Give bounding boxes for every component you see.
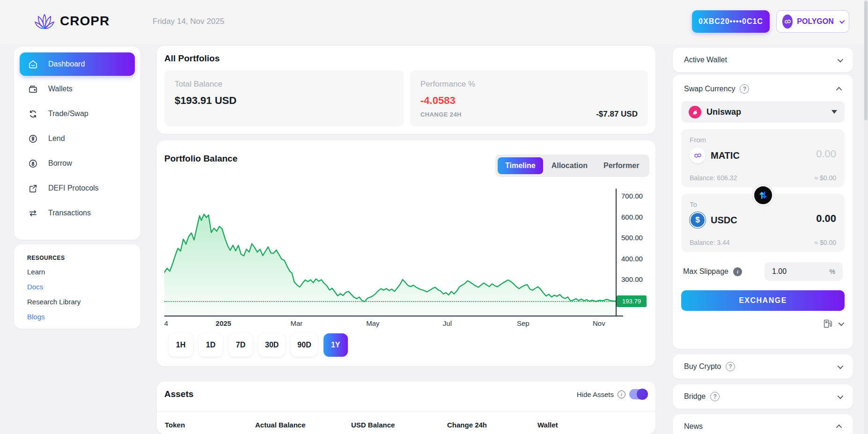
column-actual-balance: Actual Balance — [255, 421, 306, 429]
gas-settings-row[interactable] — [681, 318, 845, 329]
swap-provider-select[interactable]: Uniswap — [681, 101, 845, 123]
to-usd-equiv: ≈ $0.00 — [814, 239, 836, 246]
resources-link-research-library[interactable]: Research Library — [27, 298, 127, 306]
network-selector[interactable]: POLYGON — [776, 10, 849, 33]
swap-currency-card: Swap Currency ? Uniswap From — [673, 75, 853, 349]
from-balance: Balance: 606.32 — [690, 174, 737, 182]
to-balance: Balance: 3.44 — [690, 239, 730, 246]
sidebar-item-defi-protocols[interactable]: DEFI Protocols — [20, 177, 135, 200]
news-card[interactable]: News — [673, 414, 853, 434]
sidebar-item-label: Transactions — [48, 209, 91, 217]
y-tick-label: 600.00 — [621, 213, 654, 221]
y-tick-label: 500.00 — [621, 234, 654, 242]
topbar: CROPR Friday 14, Nov 2025 0XBC20••••0C1C… — [0, 0, 868, 44]
sidebar-item-trade-swap[interactable]: Trade/Swap — [20, 102, 135, 125]
change-24h-label: CHANGE 24H — [420, 111, 462, 118]
bridge-card[interactable]: Bridge ? — [673, 384, 853, 409]
sidebar-item-lend[interactable]: Lend — [20, 127, 135, 150]
exchange-button[interactable]: EXCHANGE — [681, 290, 845, 311]
polygon-icon — [782, 15, 793, 29]
sidebar-item-wallets[interactable]: Wallets — [20, 77, 135, 101]
lotus-logo-icon — [34, 10, 55, 32]
range-90d-button[interactable]: 90D — [291, 333, 317, 357]
resources-link-docs[interactable]: Docs — [27, 283, 127, 291]
x-tick-label: 2025 — [216, 319, 231, 327]
range-30d-button[interactable]: 30D — [258, 333, 285, 357]
range-7d-button[interactable]: 7D — [228, 333, 253, 357]
transactions-icon — [28, 208, 38, 218]
sidebar-item-dashboard[interactable]: Dashboard — [20, 52, 135, 76]
wallet-icon — [28, 84, 38, 94]
sidebar-item-borrow[interactable]: Borrow — [20, 152, 135, 175]
brand-logo: CROPR — [34, 10, 110, 32]
portfolio-balance-card: Portfolio Balance Timeline Allocation Pe… — [157, 140, 655, 366]
from-amount-input[interactable]: 0.00 — [816, 148, 836, 160]
current-value-badge: 193.79 — [617, 295, 647, 307]
column-change-24h: Change 24h — [447, 421, 487, 429]
tab-allocation[interactable]: Allocation — [544, 157, 595, 174]
resources-link-blogs[interactable]: Blogs — [27, 313, 127, 321]
wallet-address-button[interactable]: 0XBC20••••0C1C — [692, 10, 770, 33]
network-name: POLYGON — [797, 17, 834, 26]
buy-crypto-card[interactable]: Buy Crypto ? — [673, 354, 853, 379]
range-1d-button[interactable]: 1D — [199, 333, 223, 357]
sidebar-item-label: Dashboard — [48, 60, 85, 68]
performance-label: Performance % — [420, 80, 638, 89]
sidebar-item-label: Trade/Swap — [48, 110, 88, 118]
tab-timeline[interactable]: Timeline — [498, 157, 543, 174]
swap-currency-label: Swap Currency — [684, 85, 735, 93]
chevron-up-icon[interactable] — [836, 87, 842, 93]
caret-down-icon — [831, 110, 837, 114]
help-icon: ? — [710, 392, 720, 401]
change-24h-value: -$7.87 USD — [596, 110, 638, 119]
home-icon — [28, 59, 38, 69]
portfolio-balance-title: Portfolio Balance — [164, 154, 237, 164]
hide-assets-toggle[interactable] — [629, 389, 648, 399]
y-tick-label: 300.00 — [621, 275, 654, 283]
slippage-value: 1.00 — [772, 267, 787, 276]
news-label: News — [684, 422, 703, 431]
help-icon[interactable]: ? — [740, 84, 749, 94]
swap-direction-button[interactable] — [752, 184, 774, 206]
total-balance-label: Total Balance — [175, 80, 394, 89]
matic-token-icon — [690, 147, 706, 163]
page-scrollbar[interactable] — [864, 0, 868, 434]
resources-title: RESOURCES — [27, 255, 127, 261]
range-1h-button[interactable]: 1H — [169, 333, 193, 357]
to-amount-input[interactable]: 0.00 — [816, 213, 836, 225]
column-usd-balance: USD Balance — [351, 421, 395, 429]
current-value-line — [164, 301, 616, 302]
hide-assets-label: Hide Assets — [577, 390, 614, 398]
uniswap-icon — [689, 106, 701, 118]
scrollbar-thumb[interactable] — [864, 1, 868, 120]
tab-performer[interactable]: Performer — [596, 157, 647, 174]
all-portfolios-card: All Portfolios Total Balance $193.91 USD… — [157, 46, 655, 134]
swap-provider-name: Uniswap — [706, 107, 741, 117]
bridge-label: Bridge — [684, 392, 706, 401]
chevron-down-icon[interactable] — [838, 393, 844, 399]
assets-title: Assets — [164, 389, 193, 399]
sidebar-item-transactions[interactable]: Transactions — [20, 201, 135, 225]
info-icon[interactable]: i — [733, 267, 742, 276]
chart-view-tabs: Timeline Allocation Performer — [495, 154, 649, 177]
total-balance-value: $193.91 USD — [175, 95, 394, 107]
slippage-input[interactable]: 1.00 % — [765, 262, 843, 281]
x-tick-label: 4 — [164, 319, 168, 327]
divider — [157, 412, 655, 412]
from-label: From — [690, 136, 836, 144]
column-wallet: Wallet — [537, 421, 558, 429]
chevron-down-icon[interactable] — [838, 56, 844, 62]
time-range-buttons: 1H 1D 7D 30D 90D 1Y — [169, 333, 348, 357]
chevron-up-icon[interactable] — [836, 424, 842, 430]
sidebar-item-label: Lend — [48, 134, 65, 143]
resources-link-learn[interactable]: Learn — [27, 268, 127, 276]
buy-crypto-label: Buy Crypto — [684, 362, 721, 371]
to-token-name: USDC — [711, 215, 737, 226]
from-usd-equiv: ≈ $0.00 — [814, 174, 836, 182]
active-wallet-card[interactable]: Active Wallet — [673, 48, 853, 72]
balance-area-chart[interactable] — [164, 190, 616, 316]
chevron-down-icon[interactable] — [838, 363, 844, 369]
usdc-token-icon: $ — [690, 212, 706, 228]
range-1y-button[interactable]: 1Y — [324, 333, 348, 357]
x-tick-label: Nov — [593, 319, 605, 327]
